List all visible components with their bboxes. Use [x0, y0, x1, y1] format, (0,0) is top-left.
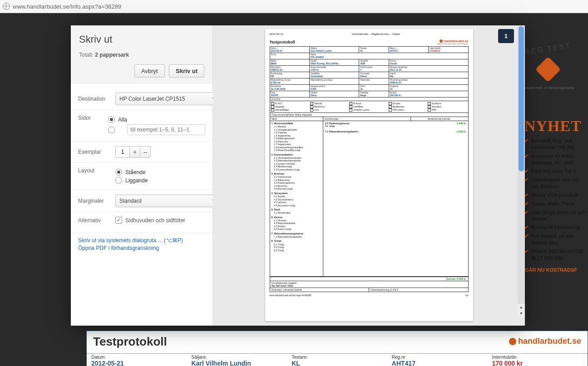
globe-icon [3, 3, 10, 10]
url-text: www.handlarbudet.se/Info.aspx?a=36289 [13, 3, 121, 10]
browser-address-bar[interactable]: www.handlarbudet.se/Info.aspx?a=36289 [0, 0, 588, 13]
